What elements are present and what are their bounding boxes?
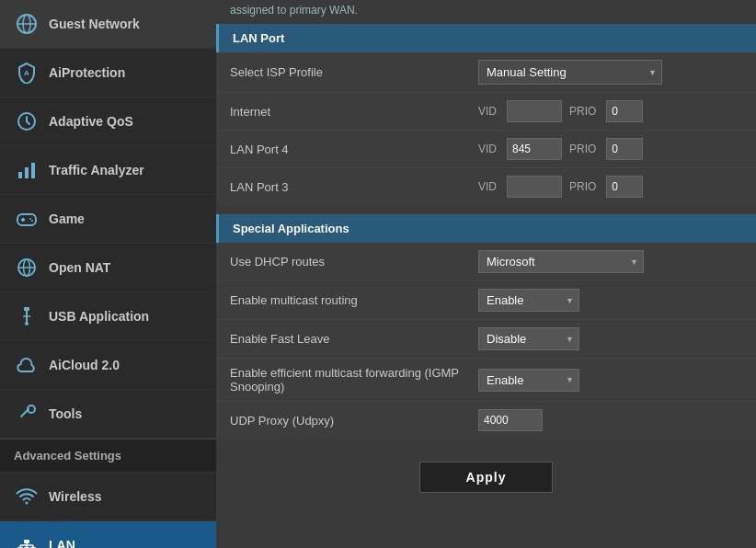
multicast-select-wrapper: Enable Disable [478, 289, 579, 312]
igmp-select[interactable]: Enable Disable [478, 369, 579, 392]
lan4-controls: VID PRIO [478, 138, 742, 160]
svg-point-11 [29, 218, 31, 220]
isp-select-wrapper: Manual Setting Auto Custom [478, 60, 662, 85]
sidebar-item-wireless[interactable]: Wireless [0, 473, 216, 521]
wifi-icon [14, 484, 40, 509]
apply-row: Apply [216, 448, 756, 507]
sidebar-item-label: Adaptive QoS [49, 114, 133, 129]
multicast-routing-select[interactable]: Enable Disable [478, 289, 579, 312]
shield-icon: A [14, 60, 40, 86]
internet-label: Internet [230, 105, 478, 119]
dhcp-routes-label: Use DHCP routes [230, 255, 478, 268]
main-content: assigned to primary WAN. LAN Port Select… [216, 0, 756, 548]
sidebar-item-adaptive-qos[interactable]: Adaptive QoS [0, 97, 216, 146]
dhcp-select-wrapper: Microsoft No Yes [478, 250, 644, 273]
special-apps-body: Use DHCP routes Microsoft No Yes Enable … [216, 243, 756, 439]
wrench-icon [14, 401, 40, 427]
sidebar-item-guest-network[interactable]: Guest Network [0, 0, 216, 49]
lan3-prio-label: PRIO [569, 180, 596, 193]
usb-icon [14, 303, 40, 329]
sidebar: Guest Network A AiProtection Adaptive Qo… [0, 0, 216, 548]
isp-profile-row: Select ISP Profile Manual Setting Auto C… [216, 52, 756, 93]
sidebar-item-label: Game [49, 211, 85, 226]
sidebar-item-usb-application[interactable]: USB Application [0, 292, 216, 341]
svg-point-20 [26, 502, 29, 505]
lan3-vid-label: VID [478, 180, 497, 193]
sidebar-item-label: Guest Network [49, 17, 140, 31]
sidebar-item-label: AiCloud 2.0 [49, 358, 120, 372]
sidebar-item-aiprotection[interactable]: A AiProtection [0, 49, 216, 97]
special-apps-section: Special Applications Use DHCP routes Mic… [216, 214, 756, 439]
fast-leave-controls: Disable Enable [478, 327, 742, 350]
igmp-row: Enable efficient multicast forwarding (I… [216, 359, 756, 402]
sidebar-item-label: Wireless [49, 489, 101, 504]
chart-icon [14, 157, 40, 183]
dhcp-routes-controls: Microsoft No Yes [478, 250, 742, 273]
gamepad-icon [14, 206, 40, 232]
lan4-row: LAN Port 4 VID PRIO [216, 131, 756, 168]
sidebar-item-open-nat[interactable]: Open NAT [0, 244, 216, 292]
sidebar-item-label: AiProtection [49, 65, 125, 80]
internet-vid-label: VID [478, 105, 497, 118]
isp-profile-select[interactable]: Manual Setting Auto Custom [478, 60, 662, 85]
lan4-prio-input[interactable] [606, 138, 643, 160]
igmp-label: Enable efficient multicast forwarding (I… [230, 366, 478, 394]
svg-rect-5 [18, 172, 22, 178]
lan-port-header: LAN Port [216, 24, 756, 52]
fast-leave-row: Enable Fast Leave Disable Enable [216, 320, 756, 359]
multicast-routing-controls: Enable Disable [478, 289, 742, 312]
lan-port-body: Select ISP Profile Manual Setting Auto C… [216, 52, 756, 205]
lan3-controls: VID PRIO [478, 176, 742, 198]
isp-profile-label: Select ISP Profile [230, 65, 478, 79]
igmp-select-wrapper: Enable Disable [478, 369, 579, 392]
sidebar-item-game[interactable]: Game [0, 195, 216, 244]
lan-port-section: LAN Port Select ISP Profile Manual Setti… [216, 24, 756, 205]
lan3-label: LAN Port 3 [230, 180, 478, 194]
sidebar-item-tools[interactable]: Tools [0, 390, 216, 439]
apply-button[interactable]: Apply [419, 462, 554, 493]
svg-rect-8 [17, 214, 36, 225]
fast-leave-label: Enable Fast Leave [230, 332, 478, 346]
globe2-icon [14, 255, 40, 280]
lan-icon [14, 532, 40, 548]
svg-rect-16 [24, 307, 29, 311]
svg-point-19 [25, 322, 29, 325]
sidebar-item-lan[interactable]: LAN [0, 521, 216, 548]
special-apps-header: Special Applications [216, 214, 756, 243]
lan4-prio-label: PRIO [569, 143, 596, 155]
advanced-settings-header: Advanced Settings [0, 439, 216, 473]
udp-proxy-input[interactable] [478, 409, 543, 431]
svg-rect-7 [31, 163, 35, 178]
internet-controls: VID PRIO [478, 100, 742, 122]
udp-proxy-controls [478, 409, 742, 431]
udp-proxy-row: UDP Proxy (Udpxy) [216, 402, 756, 439]
lan4-vid-input[interactable] [507, 138, 562, 160]
svg-rect-6 [25, 167, 29, 178]
lan4-vid-label: VID [478, 143, 497, 155]
internet-vid-input[interactable] [507, 100, 562, 122]
dhcp-routes-select[interactable]: Microsoft No Yes [478, 250, 644, 273]
fast-leave-select-wrapper: Disable Enable [478, 327, 579, 350]
svg-text:A: A [24, 69, 29, 77]
lan3-prio-input[interactable] [606, 176, 643, 198]
sidebar-item-label: Open NAT [49, 260, 110, 275]
intro-text: assigned to primary WAN. [216, 0, 756, 24]
sidebar-item-label: Traffic Analyzer [49, 163, 144, 177]
sidebar-item-label: Tools [49, 406, 82, 421]
igmp-controls: Enable Disable [478, 369, 742, 392]
svg-rect-24 [24, 540, 29, 543]
internet-prio-label: PRIO [569, 105, 596, 118]
sidebar-item-label: LAN [49, 538, 75, 548]
internet-prio-input[interactable] [606, 100, 643, 122]
udp-proxy-label: UDP Proxy (Udpxy) [230, 414, 478, 428]
fast-leave-select[interactable]: Disable Enable [478, 327, 579, 350]
lan3-vid-input[interactable] [507, 176, 562, 198]
sidebar-item-aicloud[interactable]: AiCloud 2.0 [0, 341, 216, 390]
dhcp-routes-row: Use DHCP routes Microsoft No Yes [216, 243, 756, 281]
isp-profile-controls: Manual Setting Auto Custom [478, 60, 742, 85]
sidebar-item-traffic-analyzer[interactable]: Traffic Analyzer [0, 146, 216, 195]
svg-point-12 [31, 220, 33, 222]
globe-icon [14, 11, 40, 37]
circle-arrows-icon [14, 108, 40, 134]
sidebar-item-label: USB Application [49, 309, 149, 324]
